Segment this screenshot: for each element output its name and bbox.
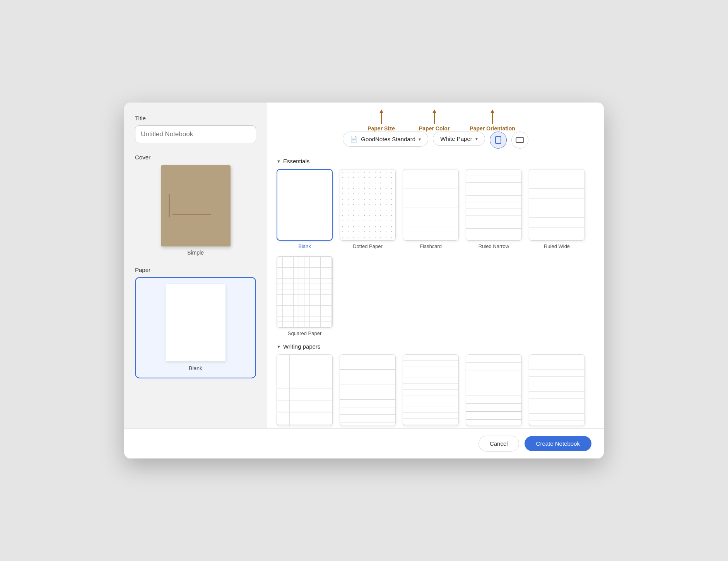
paper-selected-thumbnail <box>166 284 226 361</box>
paper-item-squared-label: Squared Paper <box>288 330 321 336</box>
paper-size-value: GoodNotes Standard <box>361 136 415 142</box>
extras-paper-grid: Squared Paper <box>277 256 595 336</box>
paper-item-blank-label: Blank <box>298 243 311 249</box>
annotation-row: Paper Size Paper Color <box>277 109 595 132</box>
paper-orientation-shaft <box>492 113 493 124</box>
writing-triangle: ▼ <box>277 344 281 349</box>
portrait-orientation-button[interactable] <box>490 132 507 149</box>
paper-item-ruled-narrow[interactable]: Ruled Narrow <box>466 169 522 249</box>
essentials-section-header[interactable]: ▼ Essentials <box>277 158 595 164</box>
paper-card-writing-1 <box>277 354 333 426</box>
paper-size-arrowhead <box>379 109 383 113</box>
toolbar-annotation-wrap: Paper Size Paper Color <box>277 109 595 152</box>
paper-orientation-label: Paper Orientation <box>470 125 515 132</box>
paper-card-ruled-narrow <box>466 169 522 241</box>
paper-item-ruled-wide[interactable]: Ruled Wide <box>529 169 585 249</box>
essentials-triangle: ▼ <box>277 159 281 164</box>
title-input[interactable] <box>135 125 256 143</box>
cover-preview: Simple <box>135 165 256 256</box>
paper-color-dropdown[interactable]: White Paper ▾ <box>433 132 485 146</box>
cover-label: Cover <box>135 154 256 161</box>
paper-size-dropdown[interactable]: 📄 GoodNotes Standard ▾ <box>343 132 428 147</box>
toolbar: 📄 GoodNotes Standard ▾ White Paper ▾ <box>277 132 595 152</box>
svg-rect-1 <box>516 138 524 142</box>
doc-icon: 📄 <box>350 135 358 143</box>
paper-item-writing-5[interactable] <box>529 354 585 428</box>
create-notebook-button[interactable]: Create Notebook <box>525 436 591 451</box>
paper-orientation-arrow <box>490 109 494 124</box>
cancel-button[interactable]: Cancel <box>478 436 519 452</box>
paper-size-shaft <box>381 113 382 124</box>
paper-item-dotted[interactable]: Dotted Paper <box>340 169 396 249</box>
paper-color-arrowhead <box>432 109 436 113</box>
paper-color-value: White Paper <box>440 135 472 142</box>
writing-paper-grid <box>277 354 595 428</box>
essentials-paper-grid: Blank Dotted Paper Flashcard Ruled Narro… <box>277 169 595 249</box>
paper-item-ruled-narrow-label: Ruled Narrow <box>478 243 509 249</box>
paper-card-flashcard <box>403 169 459 241</box>
paper-color-arrow <box>432 109 436 124</box>
writing-section-header[interactable]: ▼ Writing papers <box>277 343 595 350</box>
paper-card-writing-3 <box>403 354 459 426</box>
paper-item-writing-1[interactable] <box>277 354 333 428</box>
paper-size-annotation: Paper Size <box>367 109 395 132</box>
paper-item-writing-3[interactable] <box>403 354 459 428</box>
paper-item-flashcard[interactable]: Flashcard <box>403 169 459 249</box>
paper-color-label: Paper Color <box>419 125 449 132</box>
paper-orientation-arrowhead <box>490 109 494 113</box>
paper-card-ruled-wide <box>529 169 585 241</box>
paper-item-writing-4[interactable] <box>466 354 522 428</box>
portrait-icon <box>495 136 502 144</box>
left-panel: Title Cover Simple Paper Blank <box>124 103 267 428</box>
paper-item-squared[interactable]: Squared Paper <box>277 256 333 336</box>
paper-item-writing-2[interactable] <box>340 354 396 428</box>
paper-label: Paper <box>135 267 256 273</box>
right-panel: Paper Size Paper Color <box>267 103 604 428</box>
paper-size-chevron: ▾ <box>419 137 421 142</box>
title-label: Title <box>135 115 256 121</box>
landscape-orientation-button[interactable] <box>511 132 528 149</box>
paper-selected-name: Blank <box>189 365 202 371</box>
cover-name: Simple <box>187 250 204 256</box>
paper-item-blank[interactable]: Blank <box>277 169 333 249</box>
paper-color-shaft <box>434 113 435 124</box>
writing-label: Writing papers <box>283 343 320 350</box>
paper-size-arrow <box>379 109 383 124</box>
cover-thumbnail[interactable] <box>161 165 231 246</box>
paper-item-dotted-label: Dotted Paper <box>353 243 383 249</box>
paper-card-squared <box>277 256 333 328</box>
paper-preview-box: Blank <box>135 277 256 378</box>
paper-card-blank <box>277 169 333 241</box>
modal-footer: Cancel Create Notebook <box>124 428 604 458</box>
create-notebook-modal: Title Cover Simple Paper Blank <box>124 103 604 458</box>
paper-card-writing-2 <box>340 354 396 426</box>
paper-card-dotted <box>340 169 396 241</box>
modal-body: Title Cover Simple Paper Blank <box>124 103 604 428</box>
svg-rect-0 <box>496 137 501 144</box>
paper-item-flashcard-label: Flashcard <box>420 243 442 249</box>
paper-size-label: Paper Size <box>367 125 395 132</box>
paper-orientation-annotation: Paper Orientation <box>470 109 515 132</box>
landscape-icon <box>516 137 524 143</box>
paper-card-writing-4 <box>466 354 522 426</box>
essentials-label: Essentials <box>283 158 309 164</box>
paper-color-chevron: ▾ <box>475 136 478 142</box>
paper-item-ruled-wide-label: Ruled Wide <box>544 243 570 249</box>
paper-color-annotation: Paper Color <box>419 109 449 132</box>
paper-card-writing-5 <box>529 354 585 426</box>
